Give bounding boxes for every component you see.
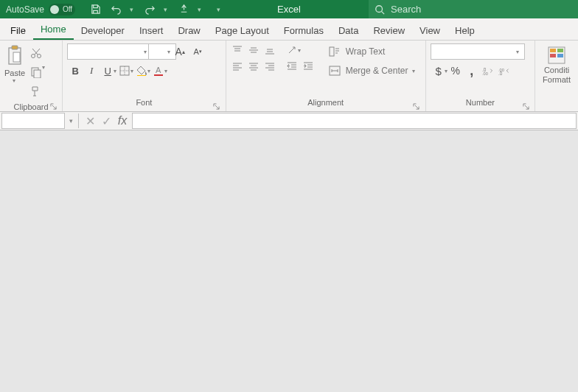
font-color-dropdown-icon[interactable]: ▾ [164,68,167,74]
worksheet-area[interactable] [0,130,578,392]
svg-rect-19 [550,49,556,52]
tab-formulas[interactable]: Formulas [276,21,331,40]
increase-decimal-button[interactable]: .0.00 [480,63,496,79]
align-middle-button[interactable] [246,42,262,58]
number-group-label: Number [466,98,495,107]
align-top-button[interactable] [229,42,246,58]
redo-dropdown-icon[interactable]: ▾ [164,6,170,13]
conditional-formatting-button[interactable]: Conditi Formatt [538,42,575,88]
ribbon: Paste ▾ ▾ Clipboard ▾ ▾ A▴ A▾ B I U [0,41,578,112]
tab-file[interactable]: File [3,21,33,40]
quick-access-toolbar: ▾ ▾ ▾ ▾ [81,3,230,16]
group-font: ▾ ▾ A▴ A▾ B I U ▾ ▾ ▾ A ▾ Font [63,41,226,111]
svg-rect-21 [550,54,556,57]
tab-draw[interactable]: Draw [170,21,207,40]
svg-rect-11 [154,74,163,76]
name-box-dropdown-icon[interactable]: ▾ [66,117,75,125]
group-clipboard: Paste ▾ ▾ Clipboard [0,41,63,111]
align-bottom-button[interactable] [262,42,278,58]
name-box-input[interactable] [1,113,65,129]
decrease-decimal-button[interactable]: .00.0 [496,63,512,79]
svg-rect-12 [330,47,334,56]
formula-input-wrap [132,113,577,129]
align-center-button[interactable] [246,58,262,74]
tab-page-layout[interactable]: Page Layout [208,21,276,40]
cut-button[interactable] [28,45,44,61]
decrease-font-button[interactable]: A▾ [189,43,206,60]
format-painter-button[interactable] [28,83,44,99]
font-launcher-icon[interactable] [212,102,221,111]
decrease-indent-button[interactable] [284,58,300,74]
italic-button[interactable]: I [83,63,100,79]
ribbon-tabs: File Home Developer Insert Draw Page Lay… [0,18,578,41]
wrap-text-label: Wrap Text [346,46,386,57]
paste-label: Paste [4,69,25,77]
search-input[interactable] [391,4,572,15]
svg-text:A: A [156,66,161,74]
customize-qat-icon[interactable]: ▾ [217,6,223,13]
touch-dropdown-icon[interactable]: ▾ [198,6,203,13]
save-icon[interactable] [88,3,102,16]
search-box[interactable] [369,0,578,18]
font-name-input[interactable] [67,43,153,60]
svg-point-0 [376,5,383,12]
increase-font-button[interactable]: A▴ [172,43,188,60]
undo-icon[interactable] [109,3,122,16]
insert-function-button[interactable]: fx [114,113,130,129]
group-styles: Conditi Formatt [535,41,578,111]
group-alignment: ▾ Wrap Text Merge & Cent [226,41,426,111]
clipboard-group-label: Clipboard [14,102,49,111]
align-left-button[interactable] [229,58,246,74]
tab-help[interactable]: Help [448,21,482,40]
cancel-formula-button[interactable]: ✕ [82,113,98,129]
tab-review[interactable]: Review [366,21,412,40]
svg-rect-9 [137,75,146,76]
svg-rect-2 [12,46,18,49]
svg-rect-7 [34,70,41,78]
divider [78,113,79,128]
autosave-control[interactable]: AutoSave Off [0,4,81,15]
group-number: ▾ $ ▾ % , .0.00 .00.0 Number [426,41,535,111]
tab-developer[interactable]: Developer [74,21,132,40]
font-size-dropdown-icon[interactable]: ▾ [167,49,170,60]
touch-mode-icon[interactable] [177,3,190,16]
align-right-button[interactable] [262,58,278,74]
paste-button[interactable]: Paste ▾ [3,42,27,102]
increase-indent-button[interactable] [300,58,316,74]
search-icon [375,4,385,15]
alignment-group-label: Alignment [307,98,344,107]
merge-dropdown-icon[interactable]: ▾ [412,68,415,74]
font-group-label: Font [136,98,152,107]
formula-input[interactable] [133,113,576,128]
enter-formula-button[interactable]: ✓ [98,113,114,129]
autosave-toggle[interactable]: Off [49,4,75,15]
number-launcher-icon[interactable] [521,102,530,111]
bold-button[interactable]: B [67,63,83,79]
tab-home[interactable]: Home [33,19,74,40]
tab-data[interactable]: Data [331,21,366,40]
merge-center-label: Merge & Center [346,66,408,76]
font-name-dropdown-icon[interactable]: ▾ [144,49,147,60]
merge-center-button[interactable] [324,63,346,79]
percent-format-button[interactable]: % [448,63,464,79]
conditional-label-2: Formatt [543,75,571,85]
svg-text:.0: .0 [498,71,503,76]
conditional-label-1: Conditi [544,66,569,75]
paste-dropdown-icon[interactable]: ▾ [13,77,15,84]
redo-icon[interactable] [143,3,156,16]
comma-format-button[interactable]: , [464,63,480,79]
autosave-state: Off [63,5,72,13]
number-format-input[interactable] [431,43,525,60]
svg-rect-20 [557,49,563,52]
svg-point-4 [32,55,35,58]
tab-insert[interactable]: Insert [132,21,171,40]
wrap-text-button[interactable] [324,43,346,60]
orientation-dropdown-icon[interactable]: ▾ [298,47,301,54]
clipboard-launcher-icon[interactable] [49,102,58,111]
undo-dropdown-icon[interactable]: ▾ [130,6,136,13]
conditional-formatting-icon [546,45,567,66]
alignment-launcher-icon[interactable] [412,102,421,111]
tab-view[interactable]: View [412,21,448,40]
copy-dropdown-icon[interactable]: ▾ [42,64,45,80]
number-format-dropdown-icon[interactable]: ▾ [516,49,519,60]
